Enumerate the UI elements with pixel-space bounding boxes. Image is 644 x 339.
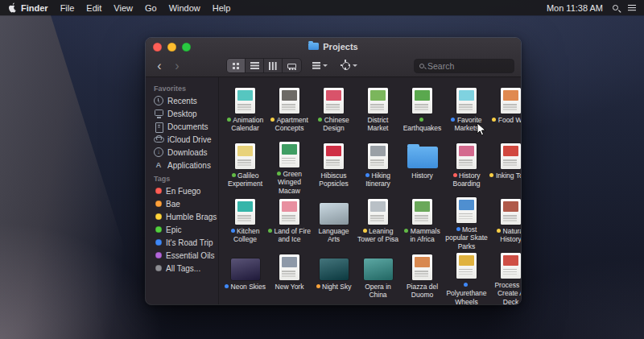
apple-menu-icon[interactable] xyxy=(8,2,18,13)
file-thumbnail xyxy=(231,258,260,280)
menu-bar-clock[interactable]: Mon 11:38 AM xyxy=(547,3,603,13)
file-item[interactable]: Land of Fire and Ice xyxy=(268,195,311,250)
file-item[interactable]: New York xyxy=(268,250,311,304)
sidebar-item-icon xyxy=(154,96,163,105)
menu-item[interactable]: File xyxy=(60,3,75,13)
sidebar-item-label: Recents xyxy=(167,97,197,105)
sidebar-item[interactable]: Downloads xyxy=(146,146,218,159)
file-item[interactable]: Chinese Design xyxy=(312,84,355,139)
file-item[interactable]: Language Arts xyxy=(312,195,355,250)
sidebar-tag-item[interactable]: Humble Brags xyxy=(146,210,218,223)
file-item[interactable]: Polyurethane Wheels xyxy=(445,250,488,304)
sidebar-item[interactable]: iCloud Drive xyxy=(146,133,218,146)
file-item[interactable]: Kitchen College xyxy=(224,195,266,250)
group-by-button[interactable] xyxy=(308,58,332,73)
file-item[interactable]: Process to Create A Deck xyxy=(489,250,521,304)
action-menu-button[interactable] xyxy=(338,58,361,73)
close-button[interactable] xyxy=(153,43,162,52)
file-item[interactable]: Earthquakes xyxy=(401,84,444,139)
sidebar-tag-label: Humble Brags xyxy=(166,213,217,221)
file-name: Favorite Markets xyxy=(454,116,481,132)
zoom-button[interactable] xyxy=(182,43,191,52)
back-button[interactable]: ‹ xyxy=(152,59,167,73)
menu-item[interactable]: Finder xyxy=(21,3,48,13)
file-label: Mammals in Africa xyxy=(401,227,444,244)
menu-item[interactable]: Edit xyxy=(86,3,101,13)
sidebar-tag-item[interactable]: Epic xyxy=(146,223,218,236)
menu-item[interactable]: Help xyxy=(213,3,231,13)
file-item[interactable]: Hiking Itinerary xyxy=(357,139,399,195)
tag-color-dot-icon xyxy=(155,252,163,259)
file-thumbnail-wrap xyxy=(320,250,349,280)
sidebar-item-icon xyxy=(154,122,163,131)
sidebar-tag-item[interactable]: Essential Oils xyxy=(146,249,218,262)
sidebar-tag-item[interactable]: Bae xyxy=(146,197,218,210)
file-thumbnail-wrap xyxy=(231,250,260,280)
sidebar-tag-item[interactable]: It's Road Trip xyxy=(146,236,218,249)
file-tag-dot-icon xyxy=(456,227,460,231)
file-name: Most popular Skate Parks xyxy=(445,225,487,250)
column-view-button[interactable] xyxy=(264,59,283,72)
list-view-button[interactable] xyxy=(246,59,264,72)
sidebar-item[interactable]: Applications xyxy=(146,159,218,172)
file-item[interactable]: Animation Calendar xyxy=(224,84,266,139)
icon-view-button[interactable] xyxy=(227,59,246,72)
file-item[interactable]: Green Winged Macaw xyxy=(268,139,311,195)
file-item[interactable]: Night Sky xyxy=(312,250,355,304)
window-title-group: Projects xyxy=(308,42,357,52)
file-item[interactable]: Piazza del Duomo xyxy=(401,250,444,304)
search-field[interactable] xyxy=(414,59,514,73)
file-label: Leaning Tower of Pisa xyxy=(357,227,399,244)
file-item[interactable]: Favorite Markets xyxy=(445,84,488,139)
spotlight-icon[interactable] xyxy=(613,5,618,10)
file-label: Hibiscus Popsicles xyxy=(312,172,355,188)
file-thumbnail xyxy=(320,258,349,280)
gallery-view-button[interactable] xyxy=(283,59,301,72)
file-item[interactable]: Inking Tools xyxy=(489,139,521,195)
file-item[interactable]: History Boarding xyxy=(445,139,488,195)
file-thumbnail-wrap xyxy=(324,84,344,114)
menu-item[interactable]: Window xyxy=(169,3,200,13)
sidebar-tag-label: It's Road Trip xyxy=(166,238,213,247)
file-thumbnail-wrap xyxy=(364,250,393,280)
file-item[interactable]: Food Web xyxy=(489,84,521,139)
file-item[interactable]: Opera in China xyxy=(357,250,399,304)
search-input[interactable] xyxy=(427,61,509,71)
file-thumbnail-wrap xyxy=(368,195,388,225)
sidebar-tag-item[interactable]: En Fuego xyxy=(146,184,218,197)
folder-icon xyxy=(308,43,319,51)
sidebar-tag-item[interactable]: All Tags... xyxy=(146,262,218,275)
menu-item[interactable]: Go xyxy=(145,3,157,13)
file-item[interactable]: Natural History xyxy=(489,195,521,250)
file-item[interactable]: District Market xyxy=(357,84,399,139)
notification-center-icon[interactable] xyxy=(628,4,636,11)
file-item[interactable]: Leaning Tower of Pisa xyxy=(357,195,399,250)
file-label: Food Web xyxy=(489,116,521,124)
sidebar-item-icon xyxy=(154,109,163,118)
file-label: History Boarding xyxy=(445,172,488,188)
sidebar-item[interactable]: Documents xyxy=(146,120,218,133)
file-item[interactable]: Galileo Experiment xyxy=(224,139,266,195)
tag-color-dot-icon xyxy=(155,239,163,246)
file-item[interactable]: Apartment Concepts xyxy=(268,84,311,139)
menu-item[interactable]: View xyxy=(114,3,133,13)
sidebar-item[interactable]: Recents xyxy=(146,94,218,107)
file-item[interactable]: History xyxy=(401,139,444,195)
file-thumbnail-wrap xyxy=(279,250,299,280)
window-titlebar: Projects xyxy=(146,38,521,55)
sidebar-item[interactable]: Desktop xyxy=(146,107,218,120)
file-browser-content: Animation Calendar Apartment Concepts xyxy=(219,77,521,304)
file-name: Kitchen College xyxy=(233,227,259,243)
file-thumbnail xyxy=(279,142,299,167)
file-item[interactable]: Mammals in Africa xyxy=(401,195,444,250)
file-label: Inking Tools xyxy=(489,172,521,180)
file-thumbnail xyxy=(235,88,255,114)
file-name: Opera in China xyxy=(365,283,391,299)
file-item[interactable]: Most popular Skate Parks xyxy=(445,195,488,250)
minimize-button[interactable] xyxy=(167,43,176,52)
file-name: History Boarding xyxy=(452,172,480,188)
file-tag-dot-icon xyxy=(365,173,369,177)
file-item[interactable]: Neon Skies xyxy=(224,250,266,304)
file-item[interactable]: Hibiscus Popsicles xyxy=(312,139,355,195)
forward-button[interactable]: › xyxy=(170,59,184,73)
